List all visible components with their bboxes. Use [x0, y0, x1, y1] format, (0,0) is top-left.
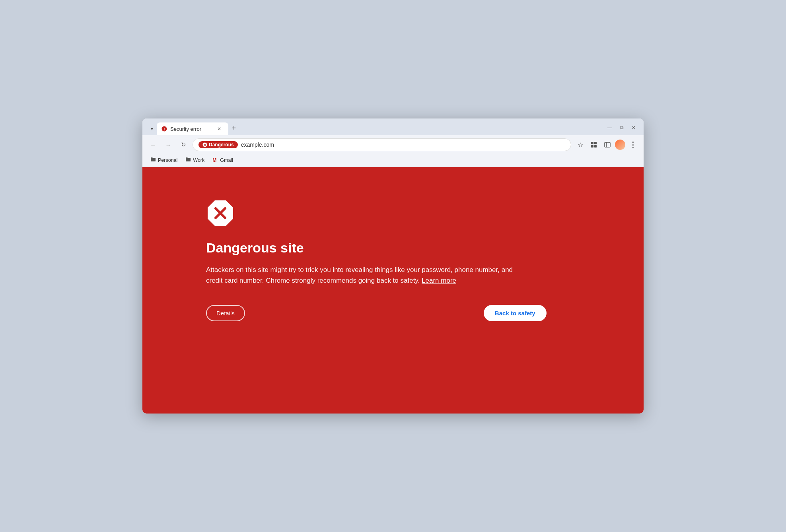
tab-favicon: !: [161, 126, 167, 132]
folder-icon: [150, 157, 156, 162]
minimize-button[interactable]: —: [605, 122, 615, 133]
address-bar[interactable]: ✕ Dangerous example.com: [193, 138, 571, 151]
page-content: Dangerous site Attackers on this site mi…: [142, 167, 644, 414]
learn-more-link[interactable]: Learn more: [422, 277, 456, 284]
extensions-icon: [590, 141, 597, 148]
profile-avatar[interactable]: [615, 140, 625, 150]
tab-title: Security error: [170, 126, 212, 132]
sidebar-button[interactable]: [601, 139, 613, 151]
tab-close-button[interactable]: ✕: [216, 125, 223, 132]
bookmark-personal[interactable]: Personal: [147, 156, 181, 164]
sidebar-icon: [604, 141, 611, 148]
bookmark-gmail-label: Gmail: [220, 157, 233, 163]
browser-window: ▾ ! Security error ✕ + — ⧉ ✕ ← →: [142, 118, 644, 414]
back-button[interactable]: ←: [147, 139, 159, 151]
active-tab[interactable]: ! Security error ✕: [157, 122, 228, 135]
bookmark-work-label: Work: [193, 157, 204, 163]
maximize-button[interactable]: ⧉: [617, 122, 627, 133]
folder-icon-personal: [150, 157, 156, 163]
toolbar: ← → ↻ ✕ Dangerous example.com ☆: [142, 135, 644, 154]
folder-icon-work: [185, 157, 191, 163]
title-bar: ▾ ! Security error ✕ + — ⧉ ✕: [142, 118, 644, 135]
bookmark-personal-label: Personal: [158, 157, 177, 163]
url-display: example.com: [241, 142, 565, 148]
new-tab-button[interactable]: +: [228, 122, 239, 134]
extensions-button[interactable]: [588, 139, 600, 151]
reload-button[interactable]: ↻: [177, 139, 189, 151]
svg-rect-7: [594, 145, 597, 148]
details-button[interactable]: Details: [206, 305, 245, 321]
svg-rect-8: [605, 142, 610, 147]
menu-button[interactable]: ⋮: [627, 139, 639, 151]
svg-text:✕: ✕: [204, 144, 206, 147]
dangerous-icon: ✕: [202, 142, 207, 147]
tab-group: ▾ ! Security error ✕ +: [147, 122, 603, 135]
forward-button[interactable]: →: [162, 139, 174, 151]
error-title: Dangerous site: [206, 240, 516, 256]
dangerous-badge: ✕ Dangerous: [198, 141, 238, 148]
error-container: Dangerous site Attackers on this site mi…: [206, 199, 516, 321]
bookmark-gmail[interactable]: M Gmail: [209, 156, 236, 164]
buttons-row: Details Back to safety: [206, 305, 516, 321]
tab-strip-arrow[interactable]: ▾: [147, 124, 157, 134]
error-icon-container: [206, 199, 235, 227]
bookmark-work[interactable]: Work: [182, 156, 208, 164]
bookmark-star-button[interactable]: ☆: [574, 139, 586, 151]
svg-text:!: !: [164, 127, 165, 131]
toolbar-right: ☆ ⋮: [574, 139, 639, 151]
error-description: Attackers on this site might try to tric…: [206, 264, 516, 286]
bookmarks-bar: Personal Work M Gmail: [142, 154, 644, 167]
danger-octagon-icon: [206, 199, 235, 227]
svg-rect-6: [591, 145, 593, 148]
svg-rect-4: [591, 142, 593, 144]
back-to-safety-button[interactable]: Back to safety: [484, 305, 547, 321]
gmail-icon: M: [212, 157, 218, 163]
close-button[interactable]: ✕: [628, 122, 639, 133]
svg-rect-5: [594, 142, 597, 144]
folder-icon-2: [185, 157, 191, 162]
window-controls: — ⧉ ✕: [605, 122, 639, 133]
